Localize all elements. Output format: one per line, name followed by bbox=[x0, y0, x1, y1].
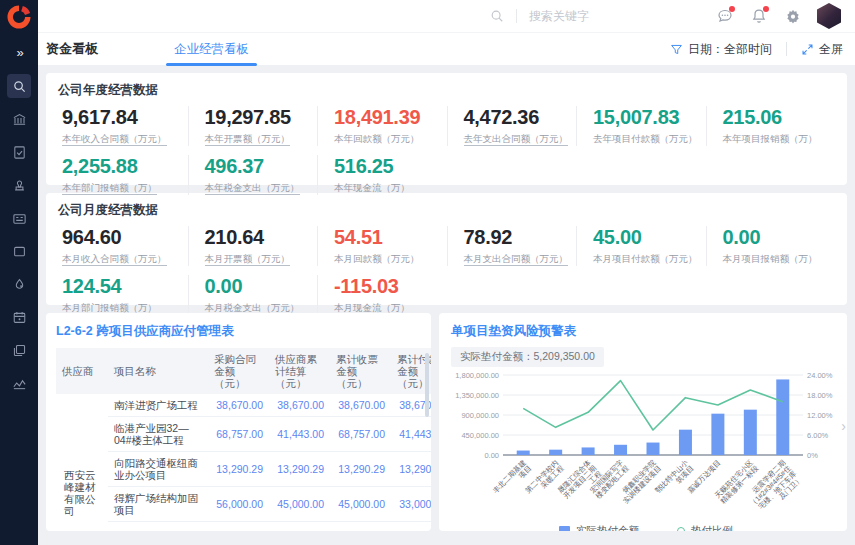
amount-cell[interactable]: 40,273.00 bbox=[269, 522, 330, 527]
sidebar-item-folder-icon[interactable] bbox=[7, 239, 31, 263]
amount-cell[interactable]: 38,670.00 bbox=[269, 394, 330, 417]
amount-cell[interactable]: 33,000.00 bbox=[391, 487, 431, 522]
metric-label[interactable]: 本年开票额（万元） bbox=[205, 133, 291, 146]
metric-label: 本年现金流（万） bbox=[334, 182, 410, 194]
legend-advance-ratio[interactable]: 垫付比例 bbox=[677, 524, 733, 531]
table-scrollbar[interactable] bbox=[425, 353, 429, 417]
metric-label[interactable]: 本年收入合同额（万元） bbox=[62, 133, 167, 146]
bar[interactable] bbox=[517, 451, 530, 455]
metric-label[interactable]: 去年支出合同额（万元） bbox=[464, 133, 569, 146]
table-row[interactable]: 西京河西综合体项目57,273.0040,273.0057,273.0014,0… bbox=[56, 522, 431, 527]
amount-cell[interactable]: 14,071.00 bbox=[391, 522, 431, 527]
legend-actual-advance[interactable]: 实际垫付金额 bbox=[559, 524, 639, 531]
project-name-cell: 临港产业园32—04#楼主体工程 bbox=[108, 417, 208, 452]
metric: 0.00本月项目报销额（万） bbox=[706, 226, 836, 266]
metric: 45.00本月项目付款额（万元） bbox=[576, 226, 706, 266]
amount-cell[interactable]: 57,273.00 bbox=[208, 522, 269, 527]
project-name-cell: 南洋进贤广场工程 bbox=[108, 394, 208, 417]
table-row[interactable]: 临港产业园32—04#楼主体工程68,757.0041,443.0068,757… bbox=[56, 417, 431, 452]
metric: 2,255.88本年部门报销额（万） bbox=[58, 155, 188, 195]
top-header: 搜索关键字 bbox=[38, 0, 855, 32]
bar[interactable] bbox=[776, 379, 789, 455]
bar[interactable] bbox=[582, 447, 595, 455]
table-row[interactable]: 向阳路交通枢纽商业办公项目13,290.2913,290.2913,290.29… bbox=[56, 452, 431, 487]
metric-value: 15,007.83 bbox=[593, 106, 706, 128]
amount-cell[interactable]: 38,670.00 bbox=[330, 394, 391, 417]
notification-dot bbox=[763, 6, 769, 12]
amount-cell[interactable]: 45,000.00 bbox=[330, 487, 391, 522]
table-row[interactable]: 西安云峰建材有限公司南洋进贤广场工程38,670.0038,670.0038,6… bbox=[56, 394, 431, 417]
bar[interactable] bbox=[744, 410, 757, 455]
avatar[interactable] bbox=[817, 3, 841, 29]
sidebar-item-calendar-icon[interactable] bbox=[7, 305, 31, 329]
chart-next-arrow[interactable]: › bbox=[841, 418, 846, 434]
metric: 964.60本月收入合同额（万元） bbox=[58, 226, 188, 266]
metric: 78.92本月支出合同额（万元） bbox=[447, 226, 577, 266]
left-axis-tick: 0.00 bbox=[484, 451, 499, 460]
metric-value: 4,472.36 bbox=[464, 106, 577, 128]
global-search[interactable]: 搜索关键字 bbox=[490, 8, 649, 25]
amount-cell[interactable]: 13,290.29 bbox=[330, 452, 391, 487]
amount-cell[interactable]: 13,290.29 bbox=[391, 452, 431, 487]
project-name-cell: 西京河西综合体项目 bbox=[108, 522, 208, 527]
bar[interactable] bbox=[679, 430, 692, 455]
metric: 496.37本年税金支出（万元） bbox=[188, 155, 318, 195]
search-input[interactable]: 搜索关键字 bbox=[529, 8, 649, 25]
amount-cell[interactable]: 13,290.29 bbox=[269, 452, 330, 487]
search-icon bbox=[490, 9, 504, 23]
amount-cell[interactable]: 45,000.00 bbox=[269, 487, 330, 522]
metric-label[interactable]: 本月支出合同额（万元） bbox=[464, 253, 569, 266]
tab-bar: 资金看板 企业经营看板 日期：全部时间 全屏 bbox=[38, 32, 855, 65]
bell-icon[interactable] bbox=[749, 6, 769, 26]
metric-label[interactable]: 本年税金支出（万元） bbox=[205, 182, 300, 195]
metric-label[interactable]: 本年部门报销额（万） bbox=[62, 182, 157, 195]
amount-cell[interactable]: 68,757.00 bbox=[208, 417, 269, 452]
sidebar-item-search-icon[interactable] bbox=[7, 74, 31, 98]
message-icon[interactable] bbox=[715, 6, 735, 26]
bar[interactable] bbox=[711, 414, 724, 455]
right-axis-tick: 6.00% bbox=[807, 431, 829, 440]
metric-label: 本年回款额（万元） bbox=[334, 133, 420, 145]
column-header: 供应商累计结算（元） bbox=[269, 348, 330, 394]
fullscreen-button[interactable]: 全屏 bbox=[801, 41, 843, 58]
annual-data-card: 公司年度经营数据 9,617.84本年收入合同额（万元）19,297.85本年开… bbox=[46, 73, 847, 185]
metric-label[interactable]: 本月收入合同额（万元） bbox=[62, 253, 167, 266]
metric-value: 18,491.39 bbox=[334, 106, 447, 128]
amount-cell[interactable]: 56,000.00 bbox=[208, 487, 269, 522]
table-row[interactable]: 得辉广场结构加固项目56,000.0045,000.0045,000.0033,… bbox=[56, 487, 431, 522]
page-title: 资金看板 bbox=[46, 40, 98, 58]
amount-cell[interactable]: 38,670.00 bbox=[208, 394, 269, 417]
project-name-cell: 向阳路交通枢纽商业办公项目 bbox=[108, 452, 208, 487]
amount-cell[interactable]: 57,273.00 bbox=[330, 522, 391, 527]
supplier-payables-card: L2-6-2 跨项目供应商应付管理表 供应商项目名称采购合同金额（元）供应商累计… bbox=[46, 313, 431, 531]
metric-value: 0.00 bbox=[723, 226, 836, 248]
tab-enterprise-dashboard[interactable]: 企业经营看板 bbox=[160, 33, 263, 66]
monthly-data-card: 公司月度经营数据 964.60本月收入合同额（万元）210.64本月开票额（万元… bbox=[46, 193, 847, 305]
date-filter[interactable]: 日期：全部时间 bbox=[670, 41, 772, 58]
metric: -115.03本月现金流（万） bbox=[317, 275, 447, 315]
amount-cell[interactable]: 68,757.00 bbox=[330, 417, 391, 452]
amount-cell[interactable]: 41,443.00 bbox=[391, 417, 431, 452]
metric-label[interactable]: 本月开票额（万元） bbox=[205, 253, 291, 266]
date-filter-label: 日期：全部时间 bbox=[688, 41, 772, 58]
amount-cell[interactable]: 13,290.29 bbox=[208, 452, 269, 487]
amount-cell[interactable]: 41,443.00 bbox=[269, 417, 330, 452]
metric-value: 9,617.84 bbox=[62, 106, 188, 128]
bar[interactable] bbox=[647, 443, 660, 455]
sidebar-item-document-check-icon[interactable] bbox=[7, 140, 31, 164]
sidebar-item-layers-icon[interactable] bbox=[7, 338, 31, 362]
line-legend-swatch bbox=[677, 527, 685, 531]
gear-icon[interactable] bbox=[783, 6, 803, 26]
bar[interactable] bbox=[549, 450, 562, 455]
sidebar-item-stamp-icon[interactable] bbox=[7, 173, 31, 197]
payables-table: 供应商项目名称采购合同金额（元）供应商累计结算（元）累计收票金额（元）累计付款金… bbox=[56, 348, 431, 526]
sidebar-expand-icon[interactable]: » bbox=[16, 45, 21, 60]
sidebar-item-id-card-icon[interactable] bbox=[7, 206, 31, 230]
sidebar-item-activity-icon[interactable] bbox=[7, 371, 31, 395]
bar[interactable] bbox=[614, 445, 627, 455]
fullscreen-label: 全屏 bbox=[819, 41, 843, 58]
sidebar-item-bank-icon[interactable] bbox=[7, 107, 31, 131]
risk-chart-title: 单项目垫资风险预警表 bbox=[451, 323, 841, 340]
metric-value: 45.00 bbox=[593, 226, 706, 248]
sidebar-item-water-drop-icon[interactable] bbox=[7, 272, 31, 296]
